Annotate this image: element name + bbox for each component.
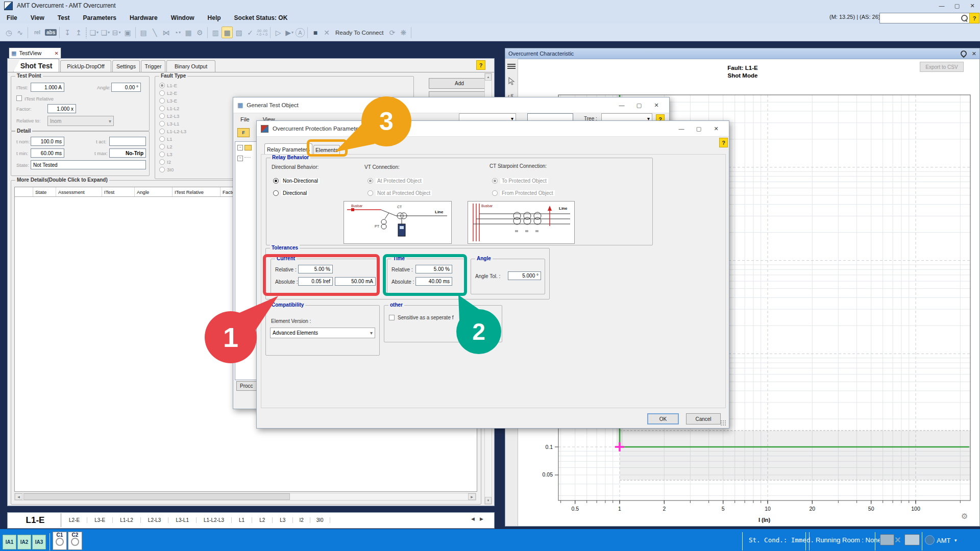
col-itest[interactable]: ITest (102, 187, 135, 196)
col-angle[interactable]: Angle (135, 187, 173, 196)
t-act-field[interactable] (109, 137, 146, 146)
fault-tab-active[interactable]: L1-E (10, 513, 61, 527)
close-button[interactable]: ✕ (965, 1, 980, 10)
fault-radio-l1l2l3[interactable] (159, 129, 165, 134)
gto-maximize-icon[interactable]: ▢ (630, 100, 648, 110)
tab-settings[interactable]: Settings (112, 60, 140, 72)
gto-minimize-icon[interactable]: — (613, 100, 630, 110)
run-outline-icon[interactable]: ▷ (273, 27, 283, 38)
c2-indicator[interactable]: C2 (68, 532, 82, 550)
t-max-field[interactable]: No-Trip (109, 148, 146, 158)
fault-tab-l1l2[interactable]: L1-L2 (113, 517, 141, 523)
menu-view[interactable]: View (24, 11, 51, 24)
tab-relay-parameters[interactable]: Relay Parameters (264, 143, 312, 155)
run-filled-icon[interactable]: ▶▾ (284, 27, 295, 38)
fault-tab-l2l3[interactable]: L2-L3 (141, 517, 169, 523)
col-state[interactable]: State (33, 187, 56, 196)
fault-radio-l2e[interactable] (159, 90, 165, 96)
itest-field[interactable]: 1.000 A (31, 83, 64, 92)
amt-dropdown-icon[interactable]: ▾ (954, 538, 957, 543)
fault-tab-l3e[interactable]: L3-E (87, 517, 113, 523)
t-min-field[interactable]: 60.00 ms (31, 148, 64, 158)
menu-file[interactable]: File (0, 11, 24, 24)
add-button[interactable]: Add (429, 78, 490, 89)
fault-tab-l2[interactable]: L2 (252, 517, 273, 523)
fault-radio-l2l3[interactable] (159, 113, 165, 119)
ok-button[interactable]: OK (647, 413, 679, 424)
fault-tab-l1l2l3[interactable]: L1-L2-L3 (197, 517, 232, 523)
layout-view-icon[interactable]: ▧ (234, 27, 244, 38)
channel-ia3[interactable]: IA3 (32, 535, 46, 549)
channel-ia2[interactable]: IA2 (17, 535, 31, 549)
tree-collapse-icon-2[interactable]: − (237, 156, 243, 161)
cancel-button[interactable]: Cancel (686, 413, 721, 424)
save-icon[interactable]: ▣ (122, 27, 133, 38)
tab-elements[interactable]: Elements (313, 145, 340, 155)
menu-hardware[interactable]: Hardware (123, 11, 164, 24)
tree-collapse-icon[interactable]: − (237, 145, 243, 151)
fault-radio-l2[interactable] (159, 144, 165, 149)
fault-tab-l3[interactable]: L3 (273, 517, 293, 523)
opp-minimize-icon[interactable]: — (673, 123, 690, 134)
fault-radio-l1[interactable] (159, 136, 165, 142)
decimal-format-icon[interactable]: .00 .00+.0 +.0 (256, 27, 267, 38)
menu-test[interactable]: Test (51, 11, 77, 24)
tab-scroll-right-icon[interactable]: ▶ (480, 516, 483, 521)
menu-parameters[interactable]: Parameters (77, 11, 123, 24)
fault-tab-l1[interactable]: L1 (232, 517, 252, 523)
testview-tab-close-icon[interactable]: ✕ (55, 51, 59, 56)
radio-vt-at[interactable] (368, 178, 373, 184)
sync-icon[interactable]: ⟳ (387, 27, 397, 38)
tab-binary-output[interactable]: Binary Output (166, 60, 215, 72)
panel-close-icon[interactable]: ✕ (972, 51, 976, 57)
fault-radio-l1e[interactable] (159, 83, 165, 88)
report-icon[interactable]: ▤ (138, 27, 149, 38)
c1-indicator[interactable]: C1 (53, 532, 67, 550)
help-button-top[interactable]: ? (969, 13, 979, 23)
abort-icon[interactable]: ✕ (322, 27, 332, 38)
time-absolute-field[interactable]: 40.00 ms (415, 277, 452, 286)
search-input[interactable] (879, 13, 970, 23)
record-icon[interactable]: A (296, 28, 305, 37)
gto-folder-icon[interactable]: F (237, 128, 250, 137)
tab-scroll-left-icon[interactable]: ◀ (471, 516, 475, 521)
fault-tab-l2e[interactable]: L2-E (62, 517, 87, 523)
add-document-icon[interactable]: ❏▾ (100, 27, 110, 38)
absolute-mode-button[interactable]: abs (45, 29, 57, 36)
opp-help-button[interactable]: ? (719, 138, 728, 147)
help-button-panel[interactable]: ? (476, 60, 485, 70)
itest-relative-checkbox[interactable] (16, 95, 22, 101)
report-view-icon[interactable]: ▥ (210, 27, 220, 38)
channel-ia1[interactable]: IA1 (3, 535, 16, 549)
fault-radio-l3l1[interactable] (159, 121, 165, 127)
radio-ct-from[interactable] (492, 190, 498, 196)
fault-radio-i2[interactable] (159, 159, 165, 165)
ramp-down-icon[interactable]: ↧ (62, 27, 72, 38)
fault-tab-3i0[interactable]: 3I0 (310, 517, 330, 523)
fan-icon[interactable]: ❋ (398, 27, 408, 38)
minimize-button[interactable]: — (934, 1, 949, 10)
waveform-icon[interactable]: ∿ (15, 27, 25, 38)
fault-radio-3i0[interactable] (159, 167, 165, 172)
fault-radio-l3[interactable] (159, 152, 165, 157)
tab-pickup-dropoff[interactable]: PickUp-DropOff (60, 60, 111, 72)
radio-directional[interactable] (273, 190, 279, 196)
radio-non-directional[interactable] (273, 178, 279, 184)
stop-icon[interactable]: ■ (310, 27, 321, 38)
ramp-up-icon[interactable]: ↥ (74, 27, 84, 38)
relative-mode-button[interactable]: rel (31, 27, 44, 38)
angle-field[interactable]: 0.00 ° (111, 83, 141, 92)
characteristic-icon[interactable]: ⋈ (161, 27, 171, 38)
vector-diagram-icon[interactable]: ◔▾ (172, 27, 182, 38)
current-absolute-iref-field[interactable]: 0.05 Iref (298, 277, 333, 286)
opp-close-icon[interactable]: ✕ (707, 123, 725, 134)
gear-icon[interactable]: ⚙ (961, 512, 968, 521)
amt-menu[interactable]: AMT (937, 537, 950, 544)
relative-to-select[interactable]: Inom▾ (47, 116, 114, 126)
gto-close-icon[interactable]: ✕ (648, 100, 665, 110)
pin-icon[interactable] (959, 49, 968, 58)
current-relative-field[interactable]: 5.00 % (298, 265, 333, 273)
menu-help[interactable]: Help (201, 11, 228, 24)
resize-grip[interactable] (720, 420, 726, 426)
factor-field[interactable]: 1.000 x (47, 104, 76, 113)
